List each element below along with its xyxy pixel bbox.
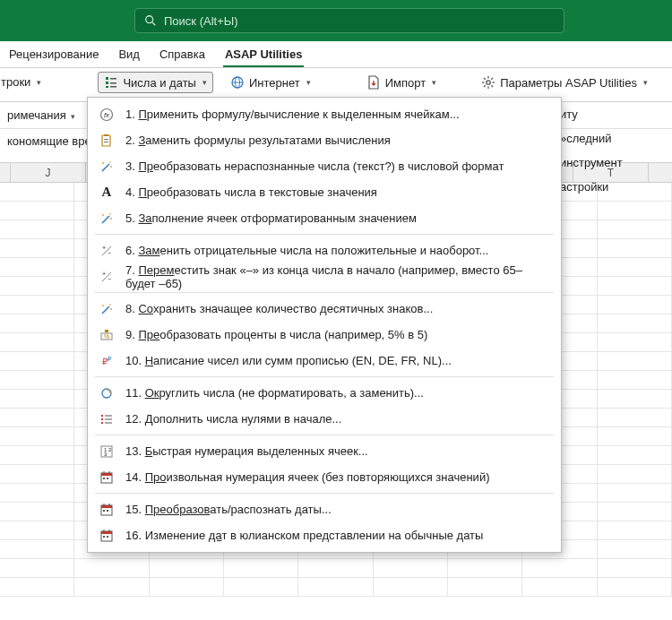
menu-item[interactable]: 14. Произвольная нумерация ячеек (без по… xyxy=(88,464,561,490)
cell[interactable] xyxy=(598,540,672,558)
cell[interactable] xyxy=(0,521,74,539)
col-header[interactable]: J xyxy=(11,163,86,182)
cell[interactable] xyxy=(0,202,74,220)
cell[interactable] xyxy=(598,578,672,596)
cell[interactable] xyxy=(598,446,672,464)
menu-item[interactable]: 11. Округлить числа (не форматировать, а… xyxy=(88,380,561,406)
cell[interactable] xyxy=(0,333,74,351)
label-1[interactable]: иту xyxy=(560,102,672,126)
menu-item[interactable]: 8. Сохранить значащее количество десятич… xyxy=(88,296,561,322)
cell[interactable] xyxy=(0,484,74,502)
menu-item[interactable]: A4. Преобразовать числа в текстовые знач… xyxy=(88,179,561,205)
menu-item-label: 6. Заменить отрицательные числа на полож… xyxy=(125,244,550,257)
svg-point-28 xyxy=(110,166,112,168)
params-button[interactable]: Параметры ASAP Utilities▾ xyxy=(475,72,654,93)
cell[interactable] xyxy=(0,258,74,276)
menu-item[interactable]: %9. Преобразовать проценты в числа (напр… xyxy=(88,322,561,348)
cell[interactable] xyxy=(448,559,522,577)
cell[interactable] xyxy=(598,559,672,577)
internet-button[interactable]: Интернет▾ xyxy=(224,72,317,93)
cell[interactable] xyxy=(0,559,74,577)
cell[interactable] xyxy=(598,202,672,220)
cell[interactable] xyxy=(0,239,74,257)
cell[interactable] xyxy=(598,277,672,295)
cell[interactable] xyxy=(0,390,74,408)
cell[interactable] xyxy=(0,503,74,521)
cell[interactable] xyxy=(0,352,74,370)
menu-item[interactable]: 5. Заполнение ячеек отформатированным зн… xyxy=(88,205,561,231)
menu-item-label: 2. Заменить формулы результатами вычисле… xyxy=(125,133,550,147)
cell[interactable] xyxy=(374,559,448,577)
notes-button[interactable]: римечания ▾ xyxy=(0,106,82,125)
svg-line-38 xyxy=(102,306,109,314)
cell[interactable] xyxy=(598,258,672,276)
cell[interactable] xyxy=(522,578,597,596)
tab-view[interactable]: Вид xyxy=(116,42,142,67)
cell[interactable] xyxy=(298,559,373,577)
cell[interactable] xyxy=(598,296,672,314)
cell[interactable] xyxy=(74,559,149,577)
cell[interactable] xyxy=(598,314,672,332)
menu-item-label: 3. Преобразовать нераспознанные числа (т… xyxy=(125,159,550,173)
cell[interactable] xyxy=(74,578,149,596)
search-input[interactable]: Поиск (Alt+Ы) xyxy=(134,8,564,33)
menu-item[interactable]: 12. Дополнить числа нулями в начале... xyxy=(88,406,561,432)
menu-item[interactable]: fx1. Применить формулу/вычисление к выде… xyxy=(88,101,561,127)
cell[interactable] xyxy=(0,220,74,238)
cell[interactable] xyxy=(598,239,672,257)
svg-rect-4 xyxy=(106,86,108,88)
menu-item[interactable]: 16. Изменение дат в юлианском представле… xyxy=(88,522,561,548)
menu-item[interactable]: 2. Заменить формулы результатами вычисле… xyxy=(88,127,561,153)
cell[interactable] xyxy=(0,540,74,558)
cell[interactable] xyxy=(0,427,74,445)
tab-help[interactable]: Справка xyxy=(158,42,207,67)
tab-asap-utilities[interactable]: ASAP Utilities xyxy=(223,42,304,67)
cell[interactable] xyxy=(0,296,74,314)
svg-rect-64 xyxy=(101,505,112,508)
menu-item[interactable]: 12313. Быстрая нумерация выделенных ячее… xyxy=(88,438,561,464)
cell[interactable] xyxy=(298,578,373,596)
cell[interactable] xyxy=(0,465,74,483)
cell[interactable] xyxy=(598,409,672,426)
svg-rect-48 xyxy=(101,418,103,420)
cell[interactable] xyxy=(0,446,74,464)
menu-item[interactable]: 3. Преобразовать нераспознанные числа (т… xyxy=(88,153,561,179)
cell[interactable] xyxy=(598,390,672,408)
cell[interactable] xyxy=(522,559,597,577)
cell[interactable] xyxy=(224,559,298,577)
cell[interactable] xyxy=(0,578,74,596)
svg-rect-6 xyxy=(110,82,116,84)
cell[interactable] xyxy=(0,371,74,389)
cell[interactable] xyxy=(598,220,672,238)
tab-review[interactable]: Рецензирование xyxy=(7,42,100,67)
menu-item[interactable]: 15. Преобразовать/распознать даты... xyxy=(88,496,561,522)
cell[interactable] xyxy=(598,352,672,370)
cell[interactable] xyxy=(598,427,672,445)
cell[interactable] xyxy=(598,521,672,539)
label-2[interactable]: »следний инструмент xyxy=(560,126,672,175)
cell[interactable] xyxy=(598,333,672,351)
label-3[interactable]: астройки xyxy=(560,175,672,199)
cell[interactable] xyxy=(598,503,672,521)
cell[interactable] xyxy=(224,578,298,596)
cell[interactable] xyxy=(0,183,74,201)
cell[interactable] xyxy=(0,277,74,295)
menu-item[interactable]: +−7. Переместить знак «–» из конца числа… xyxy=(88,263,561,289)
cell[interactable] xyxy=(598,465,672,483)
cell[interactable] xyxy=(598,484,672,502)
svg-rect-51 xyxy=(105,418,112,419)
ribbon-cut-left[interactable]: троки▾ xyxy=(0,72,47,92)
numbers-dates-button[interactable]: Числа и даты▾ xyxy=(98,72,213,93)
cell[interactable] xyxy=(150,559,224,577)
wand-icon xyxy=(99,301,115,317)
cell[interactable] xyxy=(374,578,448,596)
cell[interactable] xyxy=(150,578,224,596)
menu-item[interactable]: ₽₽10. Написание чисел или сумм прописью … xyxy=(88,348,561,374)
cell[interactable] xyxy=(448,578,522,596)
cell[interactable] xyxy=(0,314,74,332)
menu-item[interactable]: +−6. Заменить отрицательные числа на пол… xyxy=(88,237,561,263)
svg-rect-47 xyxy=(101,415,103,417)
import-button[interactable]: Импорт▾ xyxy=(360,72,443,93)
cell[interactable] xyxy=(0,409,74,426)
cell[interactable] xyxy=(598,371,672,389)
